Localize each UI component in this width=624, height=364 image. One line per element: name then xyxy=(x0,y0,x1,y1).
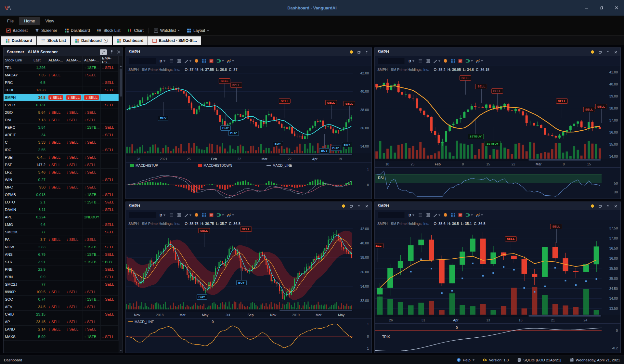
chart-h-scrollbar[interactable] xyxy=(375,315,602,317)
screener-scrollbar[interactable] xyxy=(119,64,123,353)
price-chart[interactable]: SMPH - SM Prime Holdings, Inc.O: 35.75 H… xyxy=(126,220,371,309)
column-header-1[interactable]: Last xyxy=(32,56,47,64)
tab-stock-list[interactable]: Stock List xyxy=(37,36,70,45)
data-table-button[interactable] xyxy=(202,213,206,217)
export-button[interactable] xyxy=(465,58,473,63)
scroll-up-icon[interactable] xyxy=(120,65,122,67)
data-table-button[interactable] xyxy=(202,58,206,63)
maximize-panel-button[interactable] xyxy=(598,50,602,54)
screener-row[interactable]: LPZ3.46↓ SELL↓ SELL↓ SELL xyxy=(4,169,119,176)
panel-rows-button[interactable] xyxy=(418,58,423,63)
timeframe-dropdown[interactable]: D xyxy=(159,58,166,64)
screener-row[interactable]: C3.33↓ SELL↓ SELL↓ SELL xyxy=(4,139,119,146)
panel-rows-button[interactable] xyxy=(169,213,174,217)
tab-dashboard[interactable]: Dashboard xyxy=(1,36,36,45)
help-menu[interactable]: ? Help xyxy=(457,358,474,362)
screener-row[interactable]: EVER0.131↓ SELL xyxy=(4,101,119,109)
indicator-pane[interactable]: 10-1MACD_LINE0 xyxy=(126,318,371,353)
link-group-icon[interactable] xyxy=(591,204,594,208)
price-plot-canvas[interactable] xyxy=(126,220,371,309)
link-group-icon[interactable] xyxy=(591,50,594,54)
indicator-pane[interactable]: 5030RSI xyxy=(375,167,620,199)
price-chart[interactable]: SMPH - SM Prime Holdings, Inc.O: 37.45 H… xyxy=(126,66,371,153)
close-window-button[interactable] xyxy=(609,0,624,16)
scrollbar-thumb[interactable] xyxy=(120,69,122,97)
link-group-icon[interactable] xyxy=(350,50,353,54)
screener-row[interactable]: LAND2.14↓ SELL↓ SELL↓ SELL xyxy=(4,326,119,333)
screener-row[interactable]: BRN0.9↓ SELL xyxy=(4,273,119,281)
drawing-tools-button[interactable] xyxy=(184,58,191,63)
indicator-pane[interactable]: 10MACDHISTUPMACDHISTDOWNMACD_LINE xyxy=(126,162,371,199)
data-table-button[interactable] xyxy=(450,213,455,217)
news-button[interactable] xyxy=(209,58,214,63)
screener-row[interactable]: SMPH34.8↓ SELL↓ SELL↓ SELL xyxy=(4,94,119,101)
close-panel-button[interactable] xyxy=(614,204,618,208)
alerts-button[interactable] xyxy=(194,213,199,217)
chart-h-scrollbar[interactable] xyxy=(126,310,353,312)
pin-panel-button[interactable] xyxy=(357,204,361,208)
price-plot-canvas[interactable] xyxy=(375,220,620,315)
database-status[interactable]: SQLite [EOD 21Apr21] xyxy=(517,358,561,362)
scrollbar-thumb[interactable] xyxy=(528,315,601,317)
timeframe-dropdown[interactable]: D xyxy=(408,58,415,64)
screener-row[interactable]: PERC3.84↑ 1STB...↓ SELL xyxy=(4,124,119,131)
alerts-button[interactable] xyxy=(194,58,199,63)
screener-row[interactable]: SMC2J77↓ SELL xyxy=(4,281,119,288)
screener-row[interactable]: TFHI136.8↓ SELL xyxy=(4,86,119,94)
screener-row[interactable]: WIN0.27↓ SELL xyxy=(4,176,119,184)
screener-row[interactable]: SOC0.74↑ 1STB...↓ SELL xyxy=(4,296,119,303)
chart-style-button[interactable] xyxy=(475,58,483,63)
column-header-5[interactable]: EMA-PS... xyxy=(101,56,119,64)
drawing-tools-button[interactable] xyxy=(433,58,440,63)
maximize-panel-button[interactable] xyxy=(598,204,602,208)
screener-row[interactable]: PRC6.5↓ SELL xyxy=(4,79,119,86)
scrollbar-thumb[interactable] xyxy=(528,159,601,161)
news-button[interactable] xyxy=(458,58,463,63)
panel-rows-button[interactable] xyxy=(418,213,423,217)
screener-row[interactable]: MFC950↓ SELL↓ SELL↓ SELL xyxy=(4,184,119,191)
screener-row[interactable]: AREIT34↓ SELL xyxy=(4,131,119,139)
screener-row[interactable]: PSE147.2↓ SELL↓ SELL↓ SELL xyxy=(4,161,119,169)
ribbon-chart[interactable]: Chart xyxy=(124,25,147,35)
screener-row[interactable]: CHIB23.15↓ SELL xyxy=(4,311,119,318)
screener-row[interactable]: PSEI6,4...↓ SELL↓ SELL↓ SELL xyxy=(4,154,119,161)
minimize-button[interactable] xyxy=(579,0,594,16)
column-header-4[interactable]: ALMA-... xyxy=(83,56,101,64)
ribbon-backtest[interactable]: Backtest xyxy=(3,25,31,35)
screener-row[interactable]: AEV34.5↓ SELL↓ SELL↓ SELL xyxy=(4,303,119,311)
panel-rows-button[interactable] xyxy=(169,58,174,63)
price-plot-canvas[interactable] xyxy=(126,66,371,153)
chart-h-scrollbar[interactable] xyxy=(126,154,353,156)
indicator-canvas[interactable] xyxy=(126,318,371,353)
link-charts-button[interactable] xyxy=(100,49,107,55)
screener-row[interactable]: PA3.7↓ SELL↓ SELL↓ SELL xyxy=(4,236,119,243)
screener-row[interactable]: NOW2.83↑ 1STB...↓ SELL xyxy=(4,243,119,251)
news-button[interactable] xyxy=(209,213,214,217)
screener-row[interactable]: IDC2.55↓ SELL xyxy=(4,146,119,154)
screener-row[interactable]: STR3.91↑ 1STB...↑ BUY xyxy=(4,258,119,266)
menu-view[interactable]: View xyxy=(40,17,59,25)
screener-row[interactable]: LMG4.6↓ SELL xyxy=(4,221,119,228)
chart-style-button[interactable] xyxy=(475,213,483,217)
tab-dashboard[interactable]: Dashboard xyxy=(113,36,148,45)
screener-row[interactable]: SMC2K77↓ SELL xyxy=(4,228,119,236)
screener-row[interactable]: MAXS5.99↑ 1STB...↓ SELL xyxy=(4,333,119,341)
maximize-panel-button[interactable] xyxy=(357,50,361,54)
link-group-icon[interactable] xyxy=(342,204,345,208)
export-button[interactable] xyxy=(216,58,224,63)
screener-row[interactable]: OPMB0.013↑ 1STB...↓ SELL xyxy=(4,191,119,199)
close-panel-button[interactable] xyxy=(614,50,618,54)
scrollbar-thumb[interactable] xyxy=(280,310,352,311)
tab-backtest-smio-st-[interactable]: Backtest - SMIO-St... xyxy=(148,36,201,45)
scrollbar-thumb[interactable] xyxy=(280,154,352,155)
screener-row[interactable]: TEL1,296↑ 1STB...↓ SELL xyxy=(4,64,119,72)
news-button[interactable] xyxy=(458,213,463,217)
screener-row[interactable]: PNB22.9↓ SELL xyxy=(4,266,119,273)
close-panel-button[interactable] xyxy=(365,204,369,208)
panel-columns-button[interactable] xyxy=(425,213,430,217)
ribbon-stock-list[interactable]: Stock List xyxy=(93,25,124,35)
price-chart[interactable]: SMPH - SM Prime Holdings, Inc.O: 35.2 H:… xyxy=(375,66,620,159)
data-table-button[interactable] xyxy=(450,58,455,63)
screener-row[interactable]: APL0.2242NDBUY xyxy=(4,214,119,221)
export-button[interactable] xyxy=(216,213,224,217)
